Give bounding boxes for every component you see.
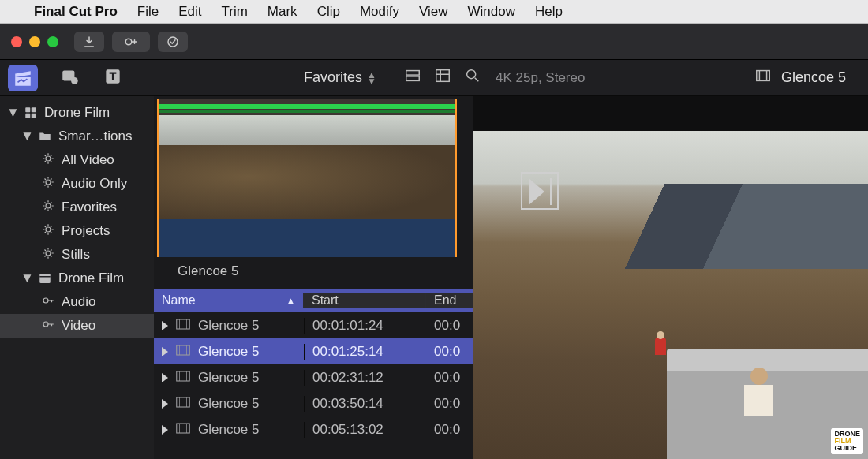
sidebar-label: Drone Film <box>44 105 110 121</box>
photos-audio-tab[interactable] <box>60 66 80 90</box>
clapperboard-icon <box>13 68 33 88</box>
media-icon <box>60 66 80 87</box>
sidebar-label: Audio Only <box>62 176 127 192</box>
sidebar-smart-stills[interactable]: Stills <box>0 243 154 267</box>
smart-collection-icon <box>41 222 55 241</box>
sidebar-library-1[interactable]: ▼ Drone Film <box>0 101 154 125</box>
menu-view[interactable]: View <box>419 4 448 20</box>
close-window-button[interactable] <box>11 36 22 47</box>
menu-file[interactable]: File <box>137 4 159 20</box>
clip-name: Glencoe 5 <box>198 396 260 412</box>
list-view-button[interactable] <box>434 67 451 88</box>
minimize-window-button[interactable] <box>29 36 40 47</box>
sidebar-smart-projects[interactable]: Projects <box>0 219 154 243</box>
zoom-window-button[interactable] <box>47 36 58 47</box>
keyword-editor-button[interactable] <box>112 32 150 52</box>
clip-row[interactable]: Glencoe 500:05:13:0200:0 <box>154 416 473 442</box>
clip-thumb-icon <box>176 370 190 386</box>
svg-rect-25 <box>177 397 190 407</box>
svg-rect-10 <box>25 107 30 112</box>
sidebar-smart-all-video[interactable]: All Video <box>0 148 154 172</box>
play-icon <box>162 425 168 435</box>
clip-row[interactable]: Glencoe 500:01:01:2400:0 <box>154 312 473 338</box>
viewer-title: Glencoe 5 <box>781 69 846 86</box>
play-icon <box>162 399 168 409</box>
sort-asc-icon: ▲ <box>286 296 295 305</box>
svg-point-20 <box>43 298 48 303</box>
play-icon <box>162 321 168 330</box>
stepper-icon: ▲▼ <box>367 72 376 84</box>
import-button[interactable] <box>74 32 104 52</box>
viewer-format-label: 4K 25p, Stereo <box>496 70 585 86</box>
sidebar-smart-audio-only[interactable]: Audio Only <box>0 172 154 196</box>
svg-point-0 <box>125 39 132 45</box>
menu-mark[interactable]: Mark <box>268 4 297 20</box>
clip-row[interactable]: Glencoe 500:01:25:1400:0 <box>154 338 473 364</box>
clip-name: Glencoe 5 <box>198 370 260 386</box>
sidebar-keyword-video[interactable]: Video <box>0 314 154 338</box>
search-button[interactable] <box>464 67 481 88</box>
svg-point-17 <box>46 227 51 232</box>
svg-point-1 <box>168 37 178 47</box>
clip-row[interactable]: Glencoe 500:03:50:1400:0 <box>154 390 473 416</box>
clip-appearance-button[interactable] <box>404 67 421 88</box>
smart-collection-icon <box>41 199 55 217</box>
viewer-canvas[interactable]: DRONEFILMGUIDE <box>473 131 868 459</box>
clip-name: Glencoe 5 <box>198 318 260 334</box>
clip-filmstrip[interactable] <box>157 99 457 257</box>
sidebar-keyword-audio[interactable]: Audio <box>0 290 154 314</box>
menu-help[interactable]: Help <box>535 4 563 20</box>
menu-edit[interactable]: Edit <box>178 4 201 20</box>
workspace: ▼ Drone Film ▼ Smar…tions All Video Audi… <box>0 96 868 459</box>
folder-icon <box>38 129 52 144</box>
watermark-logo: DRONEFILMGUIDE <box>831 428 863 454</box>
svg-point-3 <box>71 77 78 84</box>
libraries-tab[interactable] <box>8 65 38 91</box>
svg-point-21 <box>43 322 48 327</box>
clip-list: Glencoe 500:01:01:2400:0Glencoe 500:01:2… <box>154 312 473 459</box>
disclosure-icon[interactable]: ▼ <box>6 105 17 121</box>
titles-generators-tab[interactable] <box>103 66 123 90</box>
background-tasks-button[interactable] <box>158 32 188 52</box>
menu-trim[interactable]: Trim <box>221 4 247 20</box>
menu-window[interactable]: Window <box>468 4 515 20</box>
svg-rect-7 <box>436 70 450 82</box>
menu-modify[interactable]: Modify <box>360 4 399 20</box>
clip-end: 00:0 <box>426 396 473 412</box>
column-header-name[interactable]: Name ▲ <box>154 293 304 308</box>
sidebar-label: Favorites <box>62 200 117 215</box>
sidebar-label: Drone Film <box>58 271 124 286</box>
svg-rect-22 <box>177 319 190 329</box>
clip-filter-popup[interactable]: Favorites ▲▼ <box>162 69 376 86</box>
favorite-marker <box>159 104 455 109</box>
svg-rect-13 <box>32 114 36 118</box>
disclosure-icon[interactable]: ▼ <box>21 271 32 286</box>
macos-menubar: Final Cut Pro File Edit Trim Mark Clip M… <box>0 0 868 24</box>
disclosure-icon[interactable]: ▼ <box>21 129 32 144</box>
svg-rect-19 <box>39 274 51 283</box>
column-header-start[interactable]: Start <box>304 293 426 308</box>
svg-rect-26 <box>177 424 190 433</box>
sidebar: ▼ Drone Film ▼ Smar…tions All Video Audi… <box>0 96 154 459</box>
clip-end: 00:0 <box>426 344 473 360</box>
sidebar-event-smart[interactable]: ▼ Smar…tions <box>0 125 154 148</box>
clip-start: 00:05:13:02 <box>304 422 426 438</box>
clip-row[interactable]: Glencoe 500:02:31:1200:0 <box>154 364 473 390</box>
sidebar-label: Audio <box>62 294 95 310</box>
clip-thumb-icon <box>176 344 190 360</box>
column-header-end[interactable]: End <box>426 293 473 308</box>
menu-clip[interactable]: Clip <box>317 4 340 20</box>
svg-rect-9 <box>757 71 770 81</box>
library-icon <box>24 106 38 120</box>
key-icon <box>41 293 55 312</box>
app-name[interactable]: Final Cut Pro <box>34 4 118 20</box>
clip-end: 00:0 <box>426 370 473 386</box>
clip-name: Glencoe 5 <box>198 422 260 438</box>
sidebar-label: Video <box>62 318 95 334</box>
sidebar-event-drone[interactable]: ▼ Drone Film <box>0 267 154 290</box>
titles-icon <box>103 66 123 87</box>
clip-thumb-icon <box>176 396 190 412</box>
filmstrip-icon <box>754 67 772 88</box>
filmstrip-label: Glencoe 5 <box>157 257 470 285</box>
sidebar-smart-favorites[interactable]: Favorites <box>0 196 154 219</box>
